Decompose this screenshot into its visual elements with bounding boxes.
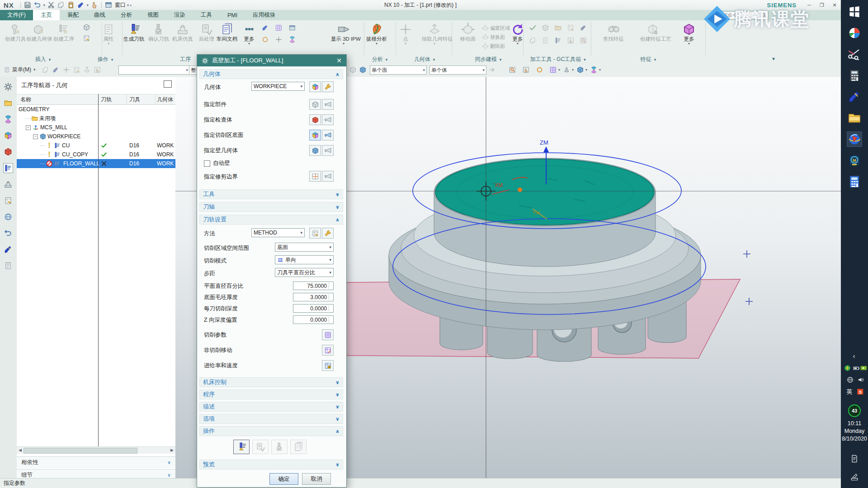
group-label-分析[interactable]: 分析▾ xyxy=(372,56,388,63)
tree-row-GEOMETRY[interactable]: GEOMETRY xyxy=(17,105,175,114)
chevron-down-icon[interactable]: ∨ xyxy=(335,380,340,385)
cut-icon[interactable] xyxy=(47,1,55,9)
close-button[interactable]: ✕ xyxy=(828,1,841,9)
toolbar-mini-icon[interactable] xyxy=(42,66,49,74)
operation-navigator-icon[interactable] xyxy=(4,164,13,173)
calculator-dark-icon[interactable] xyxy=(847,68,862,83)
battery-icon[interactable] xyxy=(853,364,860,372)
recorder-app-icon[interactable]: M xyxy=(847,153,862,168)
chevron-down-icon[interactable]: ∨ xyxy=(335,204,340,210)
gc-toolbox-icon[interactable] xyxy=(542,37,549,44)
shaded-view-icon[interactable] xyxy=(563,66,571,74)
selected-floor-face[interactable] xyxy=(435,159,654,225)
chevron-down-icon[interactable]: ∨ xyxy=(335,462,340,468)
group-label-插入[interactable]: 插入▾ xyxy=(35,56,51,63)
insert-extra-icon[interactable] xyxy=(83,34,90,42)
combo-单向[interactable]: 单向▾ xyxy=(275,255,334,264)
tab-应用模块[interactable]: 应用模块 xyxy=(245,10,283,20)
dialog-title-bar[interactable]: 底壁加工 - [FLOOR_WALL] ✕ xyxy=(197,55,346,66)
toolbar-mini-icon[interactable] xyxy=(83,66,91,74)
ribbon-button-车间文档[interactable]: 车间文档 xyxy=(214,22,240,54)
select-trim-boundary-button[interactable] xyxy=(309,171,321,182)
gc-toolbox-icon[interactable] xyxy=(567,24,575,32)
snap-grid-icon[interactable] xyxy=(549,66,557,74)
paste-icon[interactable] xyxy=(67,1,75,9)
gc-toolbox-icon[interactable] xyxy=(580,37,587,44)
network-icon[interactable] xyxy=(846,376,854,384)
new-method-button[interactable] xyxy=(322,228,334,239)
toolbar-mini-icon[interactable] xyxy=(94,66,101,74)
edit-method-button[interactable] xyxy=(309,228,321,239)
checkbox-icon[interactable] xyxy=(204,160,210,167)
column-header-几何体[interactable]: 几何体 xyxy=(157,96,173,103)
speaker-icon[interactable] xyxy=(857,376,865,384)
section-actions-header[interactable]: 操作∧ xyxy=(199,426,343,436)
gc-toolbox-icon[interactable] xyxy=(554,37,562,44)
numeric-field-Z 向深度偏置[interactable]: 0.0000 xyxy=(293,315,334,324)
keyin-icon[interactable] xyxy=(77,1,85,9)
group-dialog-caret-icon[interactable]: ▾ xyxy=(386,57,388,62)
tree-row-MCS_MILL[interactable]: −MCS_MILL xyxy=(17,123,175,132)
snipping-tool-icon[interactable] xyxy=(847,47,862,61)
cancel-button[interactable]: 取消 xyxy=(302,473,331,485)
column-header-名称[interactable]: 名称 xyxy=(20,96,31,103)
chevron-up-icon[interactable]: ∧ xyxy=(335,71,340,77)
select-指定检查体-button[interactable] xyxy=(309,114,321,125)
constraint-navigator-icon[interactable] xyxy=(4,115,13,124)
web-browser-icon[interactable] xyxy=(4,212,13,221)
group-label-工序[interactable]: 工序 xyxy=(180,56,191,63)
face-rule-combo[interactable]: 单个面▾ xyxy=(370,66,427,75)
machine-tool-navigator-icon[interactable] xyxy=(4,180,13,189)
display-指定壁几何体-button[interactable] xyxy=(322,145,334,156)
numeric-field-每刀切削深度[interactable]: 0.0000 xyxy=(293,304,334,313)
roles-icon[interactable] xyxy=(4,261,13,270)
group-label-几何体[interactable]: 几何体▾ xyxy=(414,56,435,63)
group-dialog-caret-icon[interactable]: ▾ xyxy=(584,57,586,62)
section-geometry-header[interactable]: 几何体∧ xyxy=(199,69,343,79)
pen-input-icon[interactable] xyxy=(850,472,859,481)
dropdown-caret-icon[interactable]: ▾ xyxy=(572,68,574,72)
scrollbar-thumb[interactable] xyxy=(24,448,137,454)
edit-geometry-button[interactable] xyxy=(309,81,321,92)
part-navigator-icon[interactable] xyxy=(4,131,13,140)
operation-mini-icon[interactable] xyxy=(288,24,296,32)
chevron-down-icon[interactable]: ∨ xyxy=(335,416,340,422)
undock-panel-icon[interactable] xyxy=(164,80,172,88)
reuse-library-icon[interactable] xyxy=(4,147,13,156)
chevron-down-icon[interactable]: ∨ xyxy=(335,392,340,398)
gpu-icon[interactable] xyxy=(860,364,868,372)
operation-mini-icon[interactable] xyxy=(275,36,283,43)
tree-row-CU[interactable]: CUD16WORK xyxy=(17,141,175,150)
chevron-up-icon[interactable]: ∧ xyxy=(335,217,340,223)
section-preview-header[interactable]: 预览∨ xyxy=(199,460,343,469)
orbit-icon[interactable] xyxy=(536,66,543,74)
group-label-加工工具 - GC工具箱[interactable]: 加工工具 - GC工具箱▾ xyxy=(530,56,585,63)
gc-toolbox-icon[interactable] xyxy=(542,24,549,32)
select-指定切削区底面-button[interactable] xyxy=(309,130,321,141)
pan-icon[interactable] xyxy=(522,66,530,74)
group-dialog-caret-icon[interactable]: ▾ xyxy=(111,57,113,62)
save-icon[interactable] xyxy=(24,1,32,9)
tab-曲线[interactable]: 曲线 xyxy=(86,10,113,20)
chevron-down-icon[interactable]: ∨ xyxy=(335,404,340,410)
group-dialog-caret-icon[interactable]: ▾ xyxy=(500,57,502,62)
dropdown-caret-icon[interactable]: ▾ xyxy=(558,68,560,72)
notification-badge[interactable]: 43 xyxy=(848,404,861,417)
gc-toolbox-icon[interactable] xyxy=(567,37,575,44)
切削参数-button[interactable] xyxy=(322,329,334,340)
group-dialog-caret-icon[interactable]: ▾ xyxy=(654,57,656,62)
group-label-特征[interactable]: 特征▾ xyxy=(641,56,656,63)
minimize-button[interactable]: ─ xyxy=(803,1,816,9)
operation-mini-icon[interactable] xyxy=(275,24,283,32)
combo-WORKPIECE[interactable]: WORKPIECE▾ xyxy=(251,82,305,91)
generate-toolpath-icon[interactable] xyxy=(233,440,250,454)
notification-icon[interactable] xyxy=(850,454,859,463)
display-指定部件-button[interactable] xyxy=(322,99,334,110)
select-指定壁几何体-button[interactable] xyxy=(309,145,321,156)
palette-icon[interactable] xyxy=(4,245,13,254)
file-explorer-icon[interactable] xyxy=(847,111,862,125)
tab-装配[interactable]: 装配 xyxy=(60,10,86,20)
operation-mini-icon[interactable] xyxy=(261,36,269,43)
section-机床控制-header[interactable]: 机床控制∨ xyxy=(199,377,343,387)
section-程序-header[interactable]: 程序∨ xyxy=(199,389,343,399)
